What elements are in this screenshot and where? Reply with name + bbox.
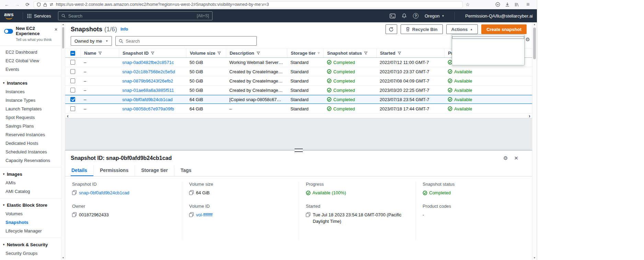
row-checkbox[interactable] — [70, 88, 75, 93]
row-checkbox[interactable] — [70, 60, 75, 65]
actions-menu-item[interactable] — [452, 61, 524, 64]
create-snapshot-button[interactable]: Create snapshot — [481, 24, 527, 34]
row-checkbox[interactable] — [70, 78, 75, 83]
tab-permissions[interactable]: Permissions — [93, 165, 135, 176]
tab-tags[interactable]: Tags — [174, 165, 198, 176]
vertical-scrollbar[interactable]: ▲ ▼ — [532, 22, 537, 260]
sidebar-item[interactable]: ▼ Instances — [0, 87, 61, 96]
sidebar-item[interactable]: ▼ Snapshots — [0, 218, 61, 227]
browser-forward-button[interactable]: → — [13, 1, 21, 8]
tab-details[interactable]: Details — [71, 165, 93, 176]
close-icon[interactable]: ✕ — [54, 27, 58, 32]
sidebar-item[interactable]: ▼ Dedicated Hosts — [0, 139, 61, 148]
sidebar-item[interactable]: ▼ Launch Templates — [0, 105, 61, 113]
sidebar-item[interactable]: ▼ Instance Types — [0, 96, 61, 105]
actions-menu-item[interactable] — [452, 39, 524, 42]
table-row[interactable]: – snap-02c18b7568e2c5e5d 50 GiB Created … — [65, 67, 532, 76]
download-icon[interactable] — [505, 2, 510, 7]
library-icon[interactable] — [515, 2, 519, 7]
column-header-started[interactable]: Started — [376, 49, 444, 57]
browser-reload-button[interactable]: ⟳ — [23, 1, 32, 8]
new-experience-toggle[interactable] — [4, 29, 13, 34]
copy-icon[interactable] — [72, 212, 77, 217]
sidebar-scrollbar[interactable]: ▲ ▼ — [61, 22, 65, 260]
row-checkbox[interactable] — [70, 106, 75, 111]
column-header-name[interactable]: Name — [80, 49, 119, 57]
scroll-right-icon[interactable]: › — [529, 114, 530, 118]
snapshot-id-value-link[interactable]: snap-0bf0afd9b24cb1cad — [79, 189, 129, 196]
sidebar-item[interactable]: ▼ AMIs — [0, 178, 61, 187]
sidebar-item[interactable]: ▼ Scheduled Instances — [0, 148, 61, 156]
actions-menu-item[interactable] — [452, 50, 524, 53]
snapshot-id-link[interactable]: snap-0bf0afd9b24cb1cad — [122, 97, 173, 102]
actions-button[interactable]: Actions ▲ — [446, 24, 478, 34]
pocket-save-icon[interactable] — [495, 2, 500, 7]
filter-icon[interactable] — [318, 51, 320, 55]
account-menu[interactable]: Permission-QA/llu@stellarcyber.ai — [465, 13, 533, 19]
filter-icon[interactable] — [364, 51, 368, 55]
aws-logo[interactable]: aws — [4, 12, 14, 19]
table-row[interactable]: – snap-0879b96243f26efb2 50 GiB Created … — [65, 76, 532, 86]
help-icon[interactable]: ? — [413, 13, 418, 19]
sidebar-item[interactable]: ▼ Spot Requests — [0, 113, 61, 122]
row-checkbox[interactable] — [70, 69, 75, 74]
region-selector[interactable]: Oregon ▼ — [425, 13, 444, 19]
info-link[interactable]: Info — [120, 27, 128, 32]
menu-icon[interactable]: ≡ — [524, 1, 532, 8]
sidebar-item[interactable]: ▼ Volumes — [0, 209, 61, 218]
bookmark-star-icon[interactable]: ☆ — [465, 2, 470, 7]
snapshot-id-link[interactable]: snap-01ae68a6a3885f511 — [122, 88, 174, 93]
sidebar-item[interactable]: ▼ EC2 Dashboard — [0, 48, 61, 56]
snapshot-id-link[interactable]: snap-08058c67e979a09fb — [122, 106, 174, 111]
snapshot-id-link[interactable]: snap-0ad0482fbe2c8571c — [122, 60, 174, 65]
sidebar-item[interactable]: ▼ EC2 Global View — [0, 56, 61, 65]
actions-menu-item[interactable] — [452, 58, 524, 61]
refresh-button[interactable] — [386, 24, 397, 34]
column-header-snapshot-status[interactable]: Snapshot status — [323, 49, 376, 57]
copy-icon[interactable] — [189, 190, 194, 195]
sidebar-item[interactable]: ▼ Elastic Block Store — [0, 201, 61, 209]
sidebar-item[interactable]: ▼ AMI Catalog — [0, 187, 61, 196]
banner-subtitle-link[interactable]: Tell us what you think — [16, 37, 58, 42]
scrollbar-thumb[interactable] — [533, 28, 536, 59]
sidebar-item[interactable]: ▼ Lifecycle Manager — [0, 227, 61, 235]
scroll-left-icon[interactable]: ‹ — [67, 114, 69, 118]
filter-icon[interactable] — [151, 51, 154, 55]
address-bar[interactable]: https://us-west-2.console.aws.amazon.com… — [34, 1, 463, 8]
permissions-icon[interactable] — [49, 3, 54, 6]
sidebar-item[interactable]: ▼ Reserved Instances — [0, 130, 61, 139]
filter-icon[interactable] — [256, 51, 260, 55]
filter-icon[interactable] — [217, 51, 221, 55]
column-header-storage-tier[interactable]: Storage tier — [287, 49, 323, 57]
lock-icon[interactable] — [43, 2, 47, 7]
sidebar-item[interactable]: ▼ Images — [0, 170, 61, 178]
table-row[interactable]: – snap-08058c67e979a09fb 64 GiB – Standa… — [65, 104, 532, 113]
filter-icon[interactable] — [398, 51, 401, 55]
sidebar-item[interactable]: ▼ Savings Plans — [0, 122, 61, 130]
table-row[interactable]: – snap-0bf0afd9b24cb1cad 64 GiB [Copied … — [65, 95, 532, 104]
panel-settings-gear-icon[interactable]: ⚙ — [503, 155, 508, 161]
browser-back-button[interactable]: ← — [3, 1, 11, 8]
sidebar-item[interactable]: ▼ Elastic IPs — [0, 258, 61, 260]
scroll-up-icon[interactable]: ▲ — [61, 22, 65, 26]
panel-resize-handle[interactable] — [295, 149, 303, 152]
copy-icon[interactable] — [189, 212, 194, 217]
cloudshell-icon[interactable] — [390, 13, 395, 19]
tab-storage-tier[interactable]: Storage tier — [135, 165, 174, 176]
actions-menu-item[interactable] — [452, 47, 524, 50]
scroll-down-icon[interactable]: ▼ — [61, 256, 65, 260]
scroll-up-icon[interactable]: ▲ — [532, 22, 537, 26]
table-settings-gear-icon[interactable]: ⚙ — [526, 36, 530, 43]
notifications-bell-icon[interactable] — [402, 13, 407, 19]
sidebar-item[interactable]: ▼ Security Groups — [0, 249, 61, 258]
copy-icon[interactable] — [72, 190, 77, 195]
sidebar-item[interactable]: ▼ Network & Security — [0, 240, 61, 249]
table-row[interactable]: – snap-01ae68a6a3885f511 50 GiB Created … — [65, 86, 532, 95]
column-header-snapshot-id[interactable]: Snapshot ID — [119, 49, 186, 57]
volume-id-value-link[interactable]: vol-ffffffff — [196, 212, 212, 218]
console-search-input[interactable]: Search [Alt+S] — [58, 11, 212, 20]
recycle-bin-button[interactable]: Recycle Bin — [401, 24, 443, 34]
actions-menu-item[interactable] — [452, 36, 524, 39]
column-header-description[interactable]: Description — [226, 49, 287, 57]
ownership-filter-dropdown[interactable]: Owned by me ▼ — [71, 36, 112, 46]
